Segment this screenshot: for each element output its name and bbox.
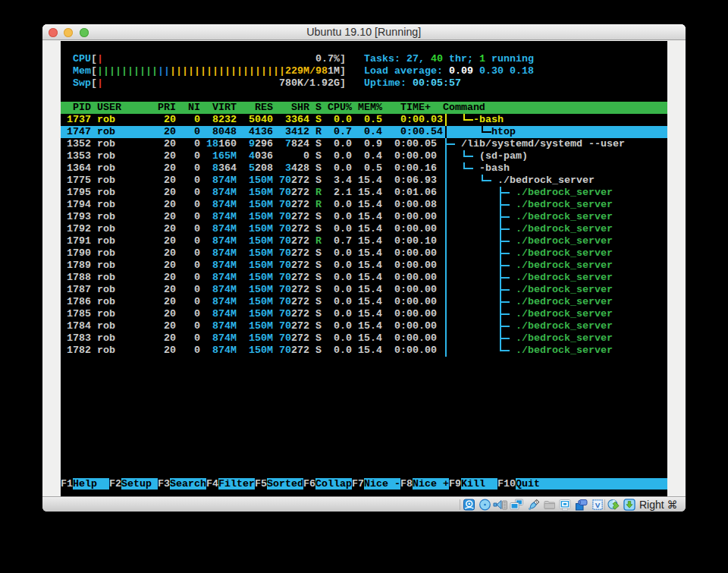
svg-text:V: V <box>595 501 601 509</box>
